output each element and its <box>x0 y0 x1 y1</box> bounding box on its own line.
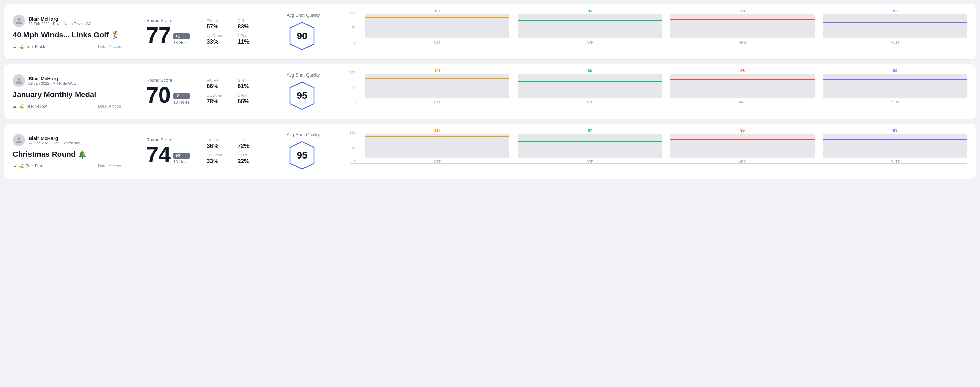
bar-indicator <box>823 79 967 79</box>
gir-value: 61% <box>237 83 262 90</box>
score-badge: +2 <box>173 153 189 159</box>
wind-icon: ⛳ <box>19 44 24 49</box>
bar-fill <box>670 79 815 98</box>
bar-fill <box>670 19 815 38</box>
score-badge: +5 <box>173 33 189 40</box>
fw-hit-stat: FW Hit 36% <box>207 138 231 149</box>
up-down-label: Up/Down <box>207 33 231 38</box>
bar-wrapper <box>823 74 967 98</box>
bar-indicator <box>365 17 510 18</box>
up-down-stat: Up/Down 33% <box>207 153 231 165</box>
bar-group: 96 ARG <box>670 68 815 104</box>
user-name: Blair McHarg <box>29 76 76 81</box>
fw-hit-label: FW Hit <box>207 19 231 23</box>
bar-value-label: 93 <box>893 128 897 132</box>
bar-value-label: 82 <box>893 9 897 13</box>
score-badge-column: +5 18 Holes <box>173 33 189 46</box>
score-label: Round Score <box>146 18 201 23</box>
bar-chart: 100 50 0 107 OTT 95 APP 98 ARG 82 <box>350 11 967 52</box>
quality-label: Avg Shot Quality <box>286 72 320 78</box>
bar-group: 107 OTT <box>365 9 510 44</box>
one-putt-value: 56% <box>237 98 262 105</box>
vertical-divider-2 <box>270 71 270 112</box>
bar-group: 95 APP <box>518 9 662 44</box>
footer-info: ☁ ⛳ Tee: Black Data: Arccos <box>13 44 121 49</box>
bar-group: 110 OTT <box>365 128 510 163</box>
round-left-section: Blair McHarg 29 Jan 2022 · Mill Ride GCC… <box>13 75 129 109</box>
bar-indicator <box>823 139 967 140</box>
round-left-section: Blair McHarg 12 Feb 2022 · Royal North D… <box>13 15 129 49</box>
y-axis: 100 50 0 <box>350 131 356 163</box>
hexagon-container: 95 <box>286 80 318 111</box>
user-details: Blair McHarg 27 Dec 2021 · The Oxfordshi… <box>29 135 80 145</box>
quality-section: Avg Shot Quality 90 <box>286 13 342 51</box>
bar-value-label: 95 <box>588 9 592 13</box>
bar-group: 99 PUTT <box>823 68 967 104</box>
up-down-value: 33% <box>207 158 231 165</box>
bar-fill <box>365 17 510 38</box>
stats-grid: FW Hit 57% GIR 83% Up/Down 33% 1 Putt 11… <box>207 19 262 45</box>
cloud-icon: ☁ <box>13 104 17 109</box>
one-putt-value: 11% <box>237 38 262 45</box>
round-title: 40 Mph Winds... Links Golf 🏌️ <box>13 30 121 40</box>
one-putt-label: 1 Putt <box>237 33 262 38</box>
bar-wrapper <box>518 14 662 38</box>
round-card: Blair McHarg 27 Dec 2021 · The Oxfordshi… <box>4 124 976 179</box>
bar-value-label: 99 <box>893 68 897 73</box>
quality-score: 95 <box>297 150 307 161</box>
bar-fill <box>518 19 662 38</box>
bar-value-label: 95 <box>740 128 745 132</box>
bar-wrapper <box>670 134 815 158</box>
bar-value-label: 86 <box>588 68 592 73</box>
bar-wrapper <box>670 74 815 98</box>
bar-indicator <box>518 141 662 142</box>
tee-label: Tee: Black <box>26 44 45 49</box>
up-down-label: Up/Down <box>207 93 231 97</box>
score-section: Round Score 70 -2 18 Holes <box>146 78 201 106</box>
bar-indicator <box>670 79 815 80</box>
user-info: Blair McHarg 29 Jan 2022 · Mill Ride GCC <box>13 75 121 87</box>
score-badge-column: -2 18 Holes <box>173 93 189 106</box>
gir-label: GIR <box>237 78 262 82</box>
footer-info: ☁ ⛳ Tee: Blue Data: Arccos <box>13 163 121 168</box>
bar-indicator <box>518 19 662 21</box>
avatar <box>13 15 25 27</box>
one-putt-label: 1 Putt <box>237 93 262 97</box>
bar-indicator <box>365 78 510 79</box>
round-title: Christmas Round 🎄 <box>13 150 121 159</box>
stats-grid: FW Hit 36% GIR 72% Up/Down 33% 1 Putt 22… <box>207 138 262 165</box>
bar-fill <box>823 78 967 98</box>
bar-value-label: 98 <box>740 9 745 13</box>
user-details: Blair McHarg 12 Feb 2022 · Royal North D… <box>29 16 91 26</box>
user-info: Blair McHarg 12 Feb 2022 · Royal North D… <box>13 15 121 27</box>
bar-value-label: 110 <box>434 128 441 132</box>
bar-wrapper <box>670 14 815 38</box>
user-details: Blair McHarg 29 Jan 2022 · Mill Ride GCC <box>29 76 76 86</box>
fw-hit-stat: FW Hit 86% <box>207 78 231 90</box>
quality-score: 90 <box>297 30 307 41</box>
bar-fill <box>365 136 510 158</box>
gir-value: 83% <box>237 23 262 30</box>
vertical-divider <box>138 11 138 52</box>
stats-grid: FW Hit 86% GIR 61% Up/Down 78% 1 Putt 56… <box>207 78 262 105</box>
score-main: 70 -2 18 Holes <box>146 84 201 106</box>
avatar <box>13 134 25 146</box>
bar-group: 86 APP <box>518 68 662 104</box>
wind-icon: ⛳ <box>19 163 24 168</box>
bar-indicator <box>518 81 662 82</box>
bar-indicator <box>365 136 510 137</box>
holes-label: 18 Holes <box>173 100 189 105</box>
bar-value-label: 87 <box>588 128 592 132</box>
gir-label: GIR <box>237 138 262 142</box>
y-axis: 100 50 0 <box>350 71 356 104</box>
round-title: January Monthly Medal <box>13 90 121 99</box>
user-name: Blair McHarg <box>29 16 91 22</box>
quality-label: Avg Shot Quality <box>286 132 320 137</box>
data-source: Data: Arccos <box>98 44 121 49</box>
bar-wrapper <box>518 134 662 158</box>
one-putt-stat: 1 Putt 11% <box>237 33 262 45</box>
hexagon-container: 95 <box>286 140 318 171</box>
bar-wrapper <box>365 74 510 98</box>
bar-fill <box>670 139 815 158</box>
holes-label: 18 Holes <box>173 160 189 164</box>
